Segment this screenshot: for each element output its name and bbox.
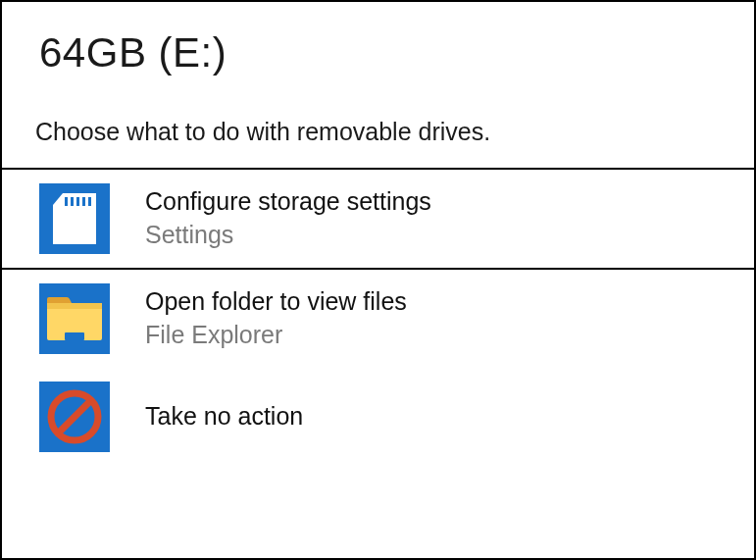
svg-rect-4 [88,197,91,206]
sd-card-icon [39,183,110,254]
svg-line-9 [59,401,90,433]
drive-title: 64GB (E:) [39,29,717,76]
folder-icon [39,283,110,354]
svg-rect-3 [82,197,85,206]
option-open-folder[interactable]: Open folder to view files File Explorer [2,270,754,368]
dialog-header: 64GB (E:) [2,2,754,100]
option-labels: Open folder to view files File Explorer [110,285,407,352]
dialog-instruction: Choose what to do with removable drives. [2,100,754,168]
option-secondary-label: File Explorer [145,319,407,352]
option-take-no-action[interactable]: Take no action [2,368,754,466]
option-secondary-label: Settings [145,219,431,252]
option-labels: Take no action [110,400,303,433]
option-primary-label: Configure storage settings [145,185,431,219]
option-primary-label: Take no action [145,400,303,433]
svg-rect-6 [47,303,102,309]
svg-rect-0 [65,197,68,206]
autoplay-dialog: 64GB (E:) Choose what to do with removab… [0,0,756,560]
no-action-icon [39,382,110,452]
option-labels: Configure storage settings Settings [110,185,431,252]
option-configure-storage[interactable]: Configure storage settings Settings [2,170,754,270]
svg-rect-7 [65,332,84,340]
svg-rect-2 [76,197,79,206]
option-list: Configure storage settings Settings Open… [2,168,754,466]
svg-rect-1 [71,197,74,206]
option-primary-label: Open folder to view files [145,285,407,319]
